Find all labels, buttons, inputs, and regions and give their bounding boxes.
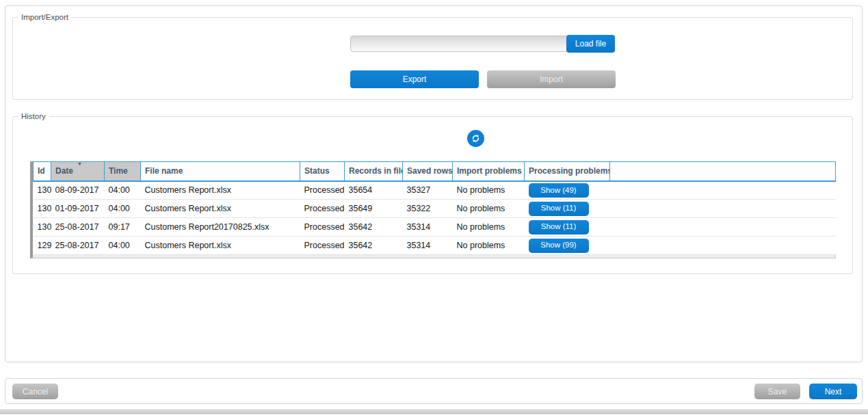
- cell-time: 09:17: [105, 218, 141, 237]
- table-bottom-gutter: [33, 255, 835, 258]
- column-header-empty: [610, 162, 836, 181]
- file-path-input[interactable]: [350, 36, 569, 52]
- load-file-button[interactable]: Load file: [566, 35, 615, 53]
- show-problems-button[interactable]: Show (99): [529, 239, 589, 253]
- cell-import-problems: No problems: [453, 200, 525, 218]
- cell-import-problems: No problems: [453, 218, 525, 237]
- column-header-id[interactable]: Id: [34, 162, 51, 181]
- sort-descending-icon: ▼: [77, 162, 82, 167]
- column-header-file-name[interactable]: File name: [141, 162, 300, 181]
- cell-records-in-file: 35642: [345, 218, 403, 237]
- column-header-saved-rows[interactable]: Saved rows: [403, 162, 453, 181]
- cell-empty: [610, 218, 836, 237]
- refresh-icon: [471, 133, 481, 144]
- cell-time: 04:00: [105, 181, 141, 200]
- cell-file-name: Customers Report20170825.xlsx: [141, 218, 300, 237]
- bottom-divider-strip: [0, 409, 868, 414]
- cell-file-name: Customers Report.xlsx: [141, 181, 300, 200]
- cell-import-problems: No problems: [453, 181, 525, 200]
- cell-status: Processed: [300, 218, 345, 237]
- cell-date: 01-09-2017: [51, 200, 105, 218]
- refresh-button[interactable]: [467, 130, 484, 147]
- cell-saved-rows: 35314: [403, 237, 453, 255]
- cell-records-in-file: 35649: [345, 200, 403, 218]
- footer-action-bar: Cancel Save Next: [5, 378, 863, 404]
- history-section: History: [12, 112, 853, 274]
- column-header-time[interactable]: Time: [105, 162, 141, 181]
- import-export-legend: Import/Export: [18, 13, 72, 21]
- cell-file-name: Customers Report.xlsx: [141, 237, 300, 255]
- cell-status: Processed: [300, 200, 345, 218]
- cell-file-name: Customers Report.xlsx: [141, 200, 300, 218]
- show-problems-button[interactable]: Show (49): [529, 183, 589, 198]
- cell-id: 1302: [34, 218, 51, 237]
- cell-records-in-file: 35642: [345, 237, 403, 255]
- table-row: 1302 25-08-2017 09:17 Customers Report20…: [34, 218, 836, 237]
- save-button[interactable]: Save: [754, 384, 800, 399]
- cell-date: 25-08-2017: [51, 237, 105, 255]
- show-problems-button[interactable]: Show (11): [529, 202, 589, 216]
- cell-id: 1309: [34, 181, 51, 200]
- column-header-status[interactable]: Status: [300, 162, 345, 181]
- cell-processing-problems: Show (99): [525, 237, 610, 255]
- cell-date: 08-09-2017: [51, 181, 105, 200]
- cell-records-in-file: 35654: [345, 181, 403, 200]
- cancel-button[interactable]: Cancel: [12, 384, 58, 399]
- table-row: 1309 08-09-2017 04:00 Customers Report.x…: [34, 181, 836, 200]
- cell-processing-problems: Show (11): [525, 200, 610, 218]
- cell-import-problems: No problems: [453, 237, 525, 255]
- import-button[interactable]: Import: [487, 70, 616, 88]
- cell-empty: [610, 200, 836, 218]
- history-table: Id Date ▼ Time File name Status Records …: [30, 161, 836, 258]
- column-header-processing-problems[interactable]: Processing problems: [525, 162, 610, 181]
- table-row: 1297 25-08-2017 04:00 Customers Report.x…: [34, 237, 836, 255]
- cell-time: 04:00: [105, 200, 141, 218]
- cell-saved-rows: 35327: [403, 181, 453, 200]
- cell-processing-problems: Show (11): [525, 218, 610, 237]
- cell-processing-problems: Show (49): [525, 181, 610, 200]
- column-header-date[interactable]: Date ▼: [51, 162, 105, 181]
- file-picker: Load file: [350, 35, 615, 53]
- cell-date: 25-08-2017: [51, 218, 105, 237]
- cell-status: Processed: [300, 181, 345, 200]
- export-button[interactable]: Export: [350, 70, 479, 88]
- column-header-import-problems[interactable]: Import problems: [453, 162, 525, 181]
- cell-id: 1297: [34, 237, 51, 255]
- table-row: 1304 01-09-2017 04:00 Customers Report.x…: [34, 200, 836, 218]
- history-legend: History: [18, 112, 49, 120]
- cell-saved-rows: 35322: [403, 200, 453, 218]
- cell-saved-rows: 35314: [403, 218, 453, 237]
- column-header-date-label: Date: [55, 166, 73, 176]
- cell-status: Processed: [300, 237, 345, 255]
- cell-empty: [610, 237, 836, 255]
- import-export-section: Import/Export Load file Export Import: [12, 13, 853, 100]
- show-problems-button[interactable]: Show (11): [529, 220, 589, 235]
- next-button[interactable]: Next: [809, 384, 857, 399]
- page: Import/Export Load file Export Import Hi…: [0, 0, 868, 415]
- cell-empty: [610, 181, 836, 200]
- column-header-records-in-file[interactable]: Records in file: [345, 162, 403, 181]
- cell-time: 04:00: [105, 237, 141, 255]
- table-header-row: Id Date ▼ Time File name Status Records …: [34, 162, 836, 181]
- cell-id: 1304: [34, 200, 51, 218]
- main-panel: Import/Export Load file Export Import Hi…: [5, 5, 863, 362]
